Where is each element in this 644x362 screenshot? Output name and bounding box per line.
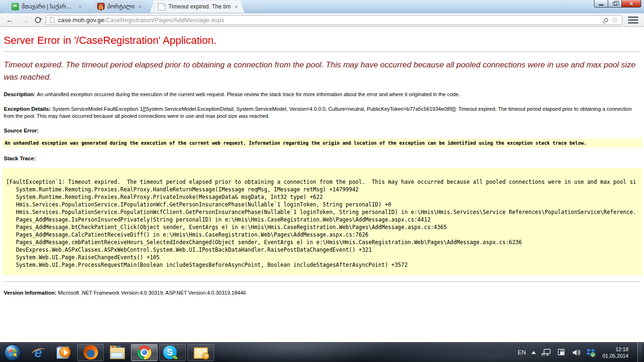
clock-time: 12:18: [603, 346, 628, 353]
language-indicator[interactable]: EN: [518, 349, 526, 356]
source-error-row: Source Error:: [4, 127, 640, 134]
health-portal-favicon-icon: [11, 3, 19, 10]
stack-trace-label: Stack Trace:: [4, 156, 36, 161]
clock-date: 01.05.2014: [603, 353, 628, 359]
url-host: case.moh.gov.ge: [58, 16, 104, 24]
tab-title: პორტალი: [107, 3, 135, 10]
window-controls: ×: [594, 0, 641, 8]
tab-timeout-expired[interactable]: Timeout expired. The tim ×: [149, 0, 245, 13]
tab-title: მთავარი | საქართველო: [22, 3, 74, 10]
taskbar-item-chrome[interactable]: [131, 344, 157, 361]
speaker-icon[interactable]: [571, 348, 581, 357]
windows-logo-icon: [4, 344, 22, 362]
tab-close-icon[interactable]: ×: [78, 4, 82, 10]
browser-toolbar: ← → case.moh.gov.ge/CaseRegistration/Pag…: [0, 13, 644, 27]
description-row: Description: An unhandled exception occu…: [4, 91, 640, 98]
tab-title: Timeout expired. The tim: [168, 3, 231, 10]
tab-close-icon[interactable]: ×: [139, 4, 142, 10]
error-subtitle: Timeout expired. The timeout period elap…: [4, 59, 640, 83]
exception-row: Exception Details: System.ServiceModel.F…: [4, 106, 640, 120]
internet-explorer-icon: e: [34, 345, 42, 361]
folder-icon: [110, 347, 125, 359]
power-plug-icon[interactable]: [557, 348, 566, 357]
error-page: Server Error in '/CaseRegistration' Appl…: [0, 27, 644, 342]
source-error-box: An unhandled exception was generated dur…: [2, 139, 642, 148]
desktop: მთავარი | საქართველო × პორტალი × Timeout…: [0, 0, 644, 362]
close-window-button[interactable]: ×: [621, 0, 641, 8]
taskbar-item-internet-explorer[interactable]: e: [25, 343, 51, 362]
minimize-button[interactable]: [594, 0, 608, 8]
firefox-icon: [83, 345, 98, 360]
exception-text: System.ServiceModel.FaultException`1[[Sy…: [4, 106, 632, 119]
url-path: /CaseRegistration/Pages/AddMessage.aspx: [104, 16, 224, 24]
description-label: Description:: [4, 91, 37, 97]
divider: [4, 281, 640, 282]
version-label: Version Information:: [4, 290, 58, 296]
chrome-icon: [137, 346, 151, 360]
tab-portali[interactable]: პორტალი ×: [90, 0, 149, 13]
restore-button[interactable]: [608, 0, 621, 8]
show-hidden-icons-button[interactable]: [531, 351, 536, 354]
tab-close-icon[interactable]: ×: [234, 4, 238, 10]
version-text: Microsoft .NET Framework Version:4.0.303…: [58, 290, 246, 296]
tab-mtavari[interactable]: მთავარი | საქართველო ×: [4, 0, 89, 13]
new-tab-button[interactable]: [248, 3, 264, 11]
system-tray: EN: [518, 343, 644, 362]
version-row: Version Information: Microsoft .NET Fram…: [4, 289, 640, 296]
restore-icon: [613, 2, 617, 6]
media-player-icon: [57, 346, 71, 360]
show-desktop-button[interactable]: [637, 343, 642, 362]
taskbar-item-skype[interactable]: S: [159, 344, 186, 361]
description-text: An unhandled exception occurred during t…: [37, 91, 460, 97]
chrome-menu-button[interactable]: [627, 16, 639, 25]
outlook-icon: [194, 347, 208, 359]
forward-button[interactable]: →: [20, 16, 30, 24]
network-icon[interactable]: [541, 348, 552, 357]
dropbox-icon[interactable]: [586, 348, 595, 357]
exception-label: Exception Details:: [4, 106, 52, 112]
bookmark-star-icon[interactable]: ☆: [611, 16, 618, 24]
divider: [4, 51, 640, 52]
url-text: case.moh.gov.ge/CaseRegistration/Pages/A…: [58, 16, 224, 24]
start-button[interactable]: [0, 343, 25, 362]
generic-page-favicon-icon: [158, 3, 165, 10]
search-icon[interactable]: [604, 18, 608, 22]
back-button[interactable]: ←: [5, 16, 15, 24]
minimize-icon: [599, 4, 603, 6]
taskbar-item-explorer[interactable]: [105, 343, 130, 362]
browser-tab-strip: მთავარი | საქართველო × პორტალი × Timeout…: [0, 0, 644, 13]
source-error-label: Source Error:: [4, 128, 39, 133]
taskbar: e S EN: [0, 342, 644, 362]
error-title: Server Error in '/CaseRegistration' Appl…: [4, 27, 640, 47]
stack-trace-box: [FaultException`1: Timeout expired. The …: [2, 168, 642, 275]
emblem-favicon-icon: [97, 3, 105, 10]
taskbar-item-media-player[interactable]: [51, 343, 76, 362]
taskbar-item-outlook[interactable]: [188, 344, 214, 361]
page-icon: [50, 17, 55, 23]
taskbar-item-firefox[interactable]: [77, 344, 104, 361]
taskbar-clock[interactable]: 12:18 01.05.2014: [601, 346, 628, 359]
stack-trace-row: Stack Trace:: [4, 155, 640, 162]
reload-button[interactable]: [35, 17, 41, 23]
url-bar[interactable]: case.moh.gov.ge/CaseRegistration/Pages/A…: [46, 15, 622, 25]
